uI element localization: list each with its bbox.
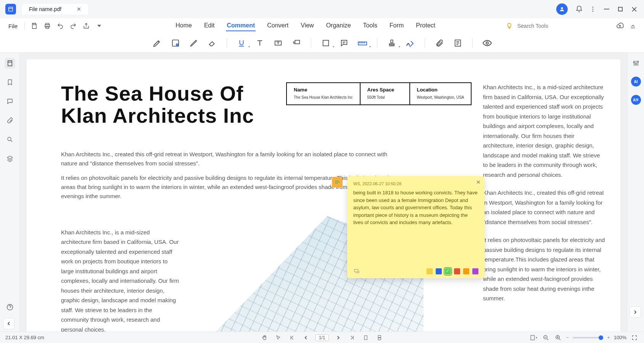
- notes-list-icon[interactable]: [450, 35, 465, 51]
- title-line-2: Klan Architects Inc: [61, 104, 254, 127]
- more-quick-icon[interactable]: [93, 20, 105, 32]
- text-tool-icon[interactable]: [252, 35, 267, 51]
- select-tool-icon[interactable]: [274, 333, 283, 342]
- note-tool-icon[interactable]: [168, 35, 183, 51]
- right-para-1: Khan Architects Inc., is a mid-sized arc…: [483, 82, 605, 180]
- attachment-tool-icon[interactable]: [432, 35, 447, 51]
- thumbnails-panel-icon[interactable]: [5, 58, 15, 69]
- continuous-page-icon[interactable]: [375, 333, 383, 342]
- kebab-menu-icon[interactable]: [586, 2, 600, 16]
- fullscreen-icon[interactable]: [630, 333, 639, 342]
- tab-organize[interactable]: Organize: [325, 21, 352, 31]
- info-cell-space: Ares Space 550ft Total: [361, 83, 410, 104]
- tab-comment[interactable]: Comment: [226, 21, 256, 31]
- measure-tool-icon[interactable]: ▾: [355, 35, 370, 51]
- file-menu[interactable]: File: [5, 21, 21, 31]
- lightbulb-icon: [506, 22, 514, 29]
- eraser-tool-icon[interactable]: [204, 35, 220, 51]
- hand-tool-icon[interactable]: [261, 333, 269, 342]
- svg-rect-27: [378, 335, 381, 337]
- window-close[interactable]: [627, 2, 641, 16]
- zoom-out-icon[interactable]: [542, 333, 550, 342]
- right-collapse-icon[interactable]: [630, 306, 641, 318]
- fit-page-icon[interactable]: ▾: [530, 333, 538, 342]
- help-icon[interactable]: [5, 302, 15, 313]
- bookmarks-panel-icon[interactable]: [5, 77, 15, 88]
- swatch-red[interactable]: [454, 268, 460, 274]
- tab-filename: File name.pdf: [29, 6, 61, 12]
- svg-rect-26: [364, 335, 367, 340]
- tab-convert[interactable]: Convert: [266, 21, 289, 31]
- hide-comments-icon[interactable]: [480, 35, 495, 51]
- window-minimize[interactable]: [600, 2, 613, 16]
- translate-icon[interactable]: A字: [631, 95, 641, 105]
- signature-tool-icon[interactable]: [402, 35, 418, 51]
- note-body[interactable]: being built in 1818 to house working con…: [353, 189, 478, 268]
- svg-rect-10: [46, 27, 49, 29]
- bell-icon[interactable]: [572, 2, 586, 16]
- pencil-tool-icon[interactable]: [186, 35, 201, 51]
- attachments-panel-icon[interactable]: [5, 115, 15, 126]
- undo-icon[interactable]: [55, 20, 66, 32]
- user-avatar-icon[interactable]: [556, 3, 568, 15]
- underline-tool-icon[interactable]: ▾: [234, 35, 249, 51]
- swatch-green[interactable]: [445, 268, 451, 274]
- next-page-icon[interactable]: [334, 333, 342, 342]
- print-icon[interactable]: [42, 20, 53, 32]
- prev-page-icon[interactable]: [302, 333, 310, 342]
- app-logo[interactable]: [5, 4, 16, 14]
- redo-icon[interactable]: [68, 20, 79, 32]
- close-note-icon[interactable]: ✕: [476, 179, 481, 185]
- tab-home[interactable]: Home: [175, 21, 193, 31]
- last-page-icon[interactable]: [348, 333, 356, 342]
- tab-view[interactable]: View: [300, 21, 314, 31]
- document-tab[interactable]: File name.pdf ✕: [22, 4, 88, 14]
- swatch-orange[interactable]: [463, 268, 469, 274]
- tab-protect[interactable]: Protect: [415, 21, 436, 31]
- properties-panel-icon[interactable]: [631, 58, 641, 69]
- comment-bubble-icon[interactable]: [336, 35, 352, 51]
- highlight-tool-icon[interactable]: [150, 35, 165, 51]
- page-indicator[interactable]: 1/1: [316, 334, 329, 341]
- svg-point-1: [561, 7, 563, 9]
- swatch-yellow[interactable]: [427, 268, 433, 274]
- svg-rect-22: [354, 269, 358, 272]
- tab-edit[interactable]: Edit: [203, 21, 216, 31]
- first-page-icon[interactable]: [288, 333, 296, 342]
- document-canvas[interactable]: The Sea House Of Klan Architects Inc Nam…: [20, 53, 627, 332]
- collapse-ribbon-icon[interactable]: [627, 20, 639, 32]
- left-column-text: Khan Architects Inc., is a mid-sized arc…: [61, 216, 179, 332]
- layers-panel-icon[interactable]: [5, 153, 15, 164]
- tab-tools[interactable]: Tools: [362, 21, 378, 31]
- zoom-in-icon[interactable]: [554, 333, 562, 342]
- svg-rect-7: [33, 23, 35, 25]
- swatch-purple[interactable]: [472, 268, 478, 274]
- note-color-swatches: [427, 268, 478, 274]
- info-cell-location: Location Westport, Washington, USA: [410, 83, 471, 104]
- cloud-upload-icon[interactable]: [614, 20, 626, 32]
- swatch-blue[interactable]: [436, 268, 442, 274]
- note-author: WS: [353, 181, 360, 186]
- note-marker-icon[interactable]: [332, 177, 343, 188]
- search-panel-icon[interactable]: [5, 134, 15, 145]
- note-reply-icon[interactable]: [353, 268, 360, 274]
- search-input[interactable]: [517, 23, 613, 29]
- info-value: 550ft Total: [367, 95, 402, 100]
- textbox-tool-icon[interactable]: [270, 35, 286, 51]
- zoom-slider[interactable]: [573, 337, 603, 338]
- right-para-2: Khan Architects Inc., created this off-g…: [483, 188, 605, 227]
- callout-tool-icon[interactable]: [289, 35, 304, 51]
- stamp-tool-icon[interactable]: ▾: [384, 35, 399, 51]
- share-icon[interactable]: [80, 20, 92, 32]
- shape-tool-icon[interactable]: ▾: [318, 35, 333, 51]
- save-icon[interactable]: [29, 20, 40, 32]
- ai-badge[interactable]: AI: [631, 76, 641, 87]
- comments-panel-icon[interactable]: [5, 96, 15, 107]
- status-bar: 21.01 X 29.69 cm 1/1 ▾ − + 100%: [0, 332, 644, 343]
- close-tab-icon[interactable]: ✕: [77, 6, 81, 12]
- left-collapse-icon[interactable]: [3, 318, 14, 329]
- quick-toolbar: File Home Edit Comment Convert View Orga…: [0, 18, 644, 34]
- window-maximize[interactable]: [613, 2, 627, 16]
- tab-form[interactable]: Form: [389, 21, 404, 31]
- single-page-icon[interactable]: [361, 333, 370, 342]
